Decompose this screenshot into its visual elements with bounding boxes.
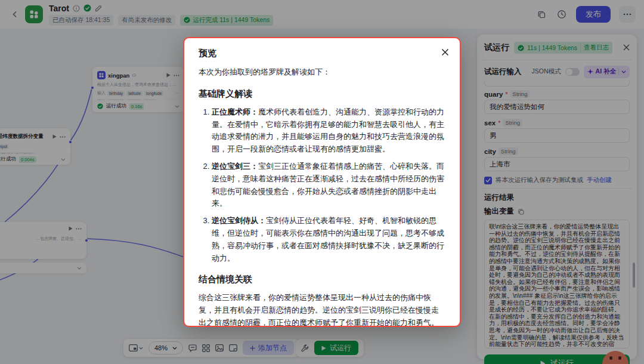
close-modal-icon[interactable] — [441, 48, 449, 58]
card-item: 逆位宝剑侍从：宝剑侍从正位代表着年轻、好奇、机智和敏锐的思维，但逆位时，可能表示… — [212, 215, 445, 264]
card-name: 逆位宝剑三： — [212, 162, 258, 171]
preview-modal: 预览 本次为你抽取到的塔罗牌及解读如下： 基础牌义解读 正位魔术师：魔术师代表着… — [183, 37, 461, 327]
context-text: 综合这三张牌来看，你的爱情运势整体呈现出一种从过去的伤痛中恢复，并且有机会开启新… — [199, 292, 445, 327]
section-context: 结合情境关联 — [199, 272, 445, 286]
card-list: 正位魔术师：魔术师代表着创造力、沟通能力、资源掌控和行动的力量。在爱情中，它暗示… — [199, 106, 445, 265]
card-name: 逆位宝剑侍从： — [212, 216, 266, 225]
app-root: Tarot 已自动保存 18:41:35 有尚未发布的修改 运行完成 11s |… — [0, 0, 644, 364]
card-item: 逆位宝剑三：宝剑三正位通常象征着情感上的痛苦、心碎和失落。而逆位时，意味着这种痛… — [212, 161, 445, 210]
card-item: 正位魔术师：魔术师代表着创造力、沟通能力、资源掌控和行动的力量。在爱情中，它暗示… — [212, 106, 445, 156]
tarot-intro: 本次为你抽取到的塔罗牌及解读如下： — [199, 66, 445, 79]
section-basic-meaning: 基础牌义解读 — [199, 87, 445, 101]
card-name: 正位魔术师： — [212, 107, 258, 116]
modal-title: 预览 — [199, 48, 445, 59]
modal-body: 本次为你抽取到的塔罗牌及解读如下： 基础牌义解读 正位魔术师：魔术师代表着创造力… — [199, 66, 445, 327]
